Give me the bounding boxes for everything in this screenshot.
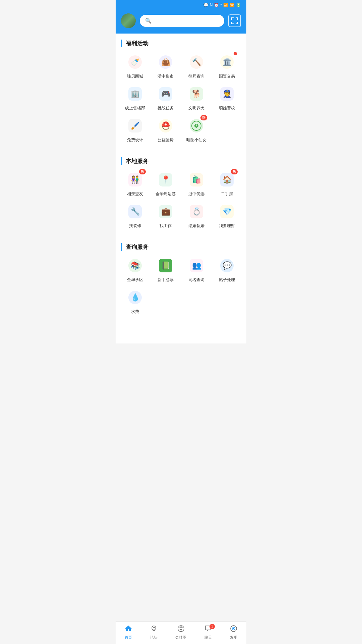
icon-wrap-finance: 💎 (218, 202, 236, 221)
item-label-decor: 找装修 (129, 223, 141, 229)
icon-wrap-dating: 👫热 (126, 170, 144, 189)
search-icon: 🔍 (145, 18, 152, 24)
svg-text:🎮: 🎮 (161, 89, 171, 98)
icon-wrap-decor: 🔧 (126, 202, 144, 221)
icon-wrap-state-trade: 🏛️ (218, 53, 236, 71)
svg-text:🏠: 🏠 (223, 175, 232, 184)
item-label-baby-mall: 哇贝商城 (127, 73, 143, 79)
item-lawyer[interactable]: 🔨律师咨询 (182, 53, 210, 79)
section-title-query-service: 查询服务 (121, 243, 241, 251)
wifi-icon: 🛜 (230, 3, 235, 7)
item-zhezhong-market[interactable]: 👜浙中集市 (152, 53, 180, 79)
svg-text:🛍️: 🛍️ (192, 175, 201, 184)
item-dog[interactable]: 🐕文明养犬 (182, 85, 210, 111)
item-label-dog: 文明养犬 (188, 105, 204, 111)
section-local-service: 本地服务👫热相亲交友📍金华周边游🛍️浙中优选🏠热二手房🔧找装修💼找工作💍结婚备婚… (116, 151, 246, 234)
main-content: 福利活动🍼哇贝商城👜浙中集市🔨律师咨询🏛️国资交易🏢线上售楼部🎮挑战任务🐕文明养… (116, 34, 246, 343)
item-wedding[interactable]: 💍结婚备婚 (182, 202, 210, 229)
battery-icon: 🔋 (236, 3, 241, 7)
svg-text:👥: 👥 (192, 261, 201, 270)
item-travel[interactable]: 📍金华周边游 (152, 170, 180, 197)
item-label-fairy: 哇圈小仙女 (186, 137, 206, 143)
icon-wrap-job: 💼 (156, 202, 175, 221)
item-second-house[interactable]: 🏠热二手房 (213, 170, 241, 197)
item-newbie[interactable]: 📗新手必读 (152, 256, 180, 283)
svg-text:💍: 💍 (192, 207, 201, 216)
icon-wrap-water: 💧 (126, 288, 144, 307)
avatar[interactable] (121, 13, 136, 28)
item-label-water: 水费 (131, 309, 139, 315)
item-online-house[interactable]: 🏢线上售楼部 (121, 85, 149, 111)
item-dating[interactable]: 👫热相亲交友 (121, 170, 149, 197)
item-label-verify-house: 公益验房 (158, 137, 174, 143)
section-welfare: 福利活动🍼哇贝商城👜浙中集市🔨律师咨询🏛️国资交易🏢线上售楼部🎮挑战任务🐕文明养… (116, 34, 246, 148)
item-label-newbie: 新手必读 (158, 277, 174, 283)
item-baby-mall[interactable]: 🍼哇贝商城 (121, 53, 149, 79)
svg-text:💎: 💎 (223, 207, 232, 216)
icon-wrap-zhezhong-market: 👜 (156, 53, 175, 71)
item-label-dating: 相亲交友 (127, 191, 143, 197)
item-label-school-zone: 金华学区 (127, 277, 143, 283)
icon-wrap-police-school: 👮 (218, 85, 236, 103)
item-challenge[interactable]: 🎮挑战任务 (152, 85, 180, 111)
item-label-free-design: 免费设计 (127, 137, 143, 143)
svg-text:⛑️: ⛑️ (161, 121, 171, 130)
icon-wrap-baby-mall: 🍼 (126, 53, 144, 71)
item-label-police-school: 萌娃警校 (219, 105, 235, 111)
icon-wrap-second-house: 🏠热 (218, 170, 236, 189)
icon-wrap-free-design: 🖌️ (126, 116, 144, 135)
item-label-travel: 金华周边游 (156, 191, 176, 197)
item-label-post-handle: 帖子处理 (219, 277, 235, 283)
icon-wrap-fairy: 人热 (187, 116, 206, 135)
status-bar: 💬 N ⏰ * 📶 🛜 🔋 (116, 0, 246, 10)
app-header: 🔍 (116, 10, 246, 34)
svg-rect-7 (237, 22, 238, 24)
item-same-name[interactable]: 👥同名查询 (182, 256, 210, 283)
icon-wrap-travel: 📍 (156, 170, 175, 189)
svg-text:🔧: 🔧 (130, 207, 140, 216)
nfc-icon: N (210, 3, 213, 7)
icon-wrap-lawyer: 🔨 (187, 53, 206, 71)
scan-button[interactable] (228, 14, 241, 27)
svg-text:📍: 📍 (161, 175, 171, 184)
item-label-zhezhong-market: 浙中集市 (158, 73, 174, 79)
search-bar[interactable]: 🔍 (140, 15, 224, 27)
item-post-handle[interactable]: 💬帖子处理 (213, 256, 241, 283)
item-water[interactable]: 💧水费 (121, 288, 149, 315)
item-decor[interactable]: 🔧找装修 (121, 202, 149, 229)
item-free-design[interactable]: 🖌️免费设计 (121, 116, 149, 143)
item-label-job: 找工作 (160, 223, 172, 229)
item-label-finance: 我要理财 (219, 223, 235, 229)
svg-text:🔨: 🔨 (192, 57, 201, 66)
svg-text:🖌️: 🖌️ (130, 121, 140, 130)
item-police-school[interactable]: 👮萌娃警校 (213, 85, 241, 111)
icon-wrap-wedding: 💍 (187, 202, 206, 221)
svg-text:📗: 📗 (161, 261, 171, 270)
item-label-same-name: 同名查询 (188, 277, 204, 283)
item-verify-house[interactable]: ⛑️公益验房 (152, 116, 180, 143)
bluetooth-icon: * (220, 3, 222, 7)
item-finance[interactable]: 💎我要理财 (213, 202, 241, 229)
icon-wrap-dog: 🐕 (187, 85, 206, 103)
item-label-online-house: 线上售楼部 (125, 105, 145, 111)
item-label-select: 浙中优选 (188, 191, 204, 197)
item-label-state-trade: 国资交易 (219, 73, 235, 79)
item-fairy[interactable]: 人热哇圈小仙女 (182, 116, 210, 143)
status-icons: 💬 N ⏰ * 📶 🛜 🔋 (203, 3, 241, 7)
svg-text:📚: 📚 (130, 261, 140, 270)
svg-text:👮: 👮 (223, 89, 232, 98)
icon-wrap-newbie: 📗 (156, 256, 175, 275)
item-state-trade[interactable]: 🏛️国资交易 (213, 53, 241, 79)
icon-wrap-select: 🛍️ (187, 170, 206, 189)
icon-wrap-challenge: 🎮 (156, 85, 175, 103)
svg-rect-5 (231, 22, 232, 24)
item-label-wedding: 结婚备婚 (188, 223, 204, 229)
svg-rect-1 (231, 17, 232, 20)
svg-text:🐕: 🐕 (192, 89, 201, 98)
item-job[interactable]: 💼找工作 (152, 202, 180, 229)
item-school-zone[interactable]: 📚金华学区 (121, 256, 149, 283)
item-select[interactable]: 🛍️浙中优选 (182, 170, 210, 197)
icon-wrap-same-name: 👥 (187, 256, 206, 275)
icon-wrap-post-handle: 💬 (218, 256, 236, 275)
svg-text:🏢: 🏢 (130, 89, 140, 98)
